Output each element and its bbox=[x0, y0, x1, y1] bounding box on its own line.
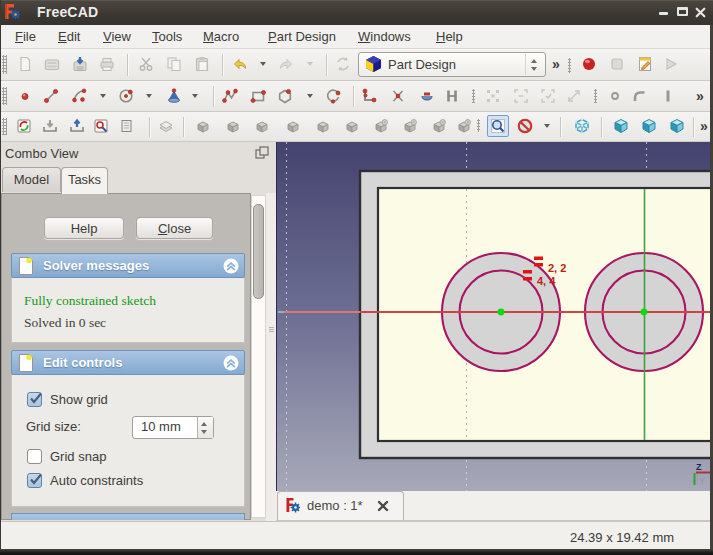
svg-text:2, 2: 2, 2 bbox=[548, 262, 566, 274]
svg-text:4, 4: 4, 4 bbox=[537, 275, 556, 287]
svg-text:Y: Y bbox=[699, 476, 705, 486]
svg-text:Z: Z bbox=[696, 462, 702, 472]
